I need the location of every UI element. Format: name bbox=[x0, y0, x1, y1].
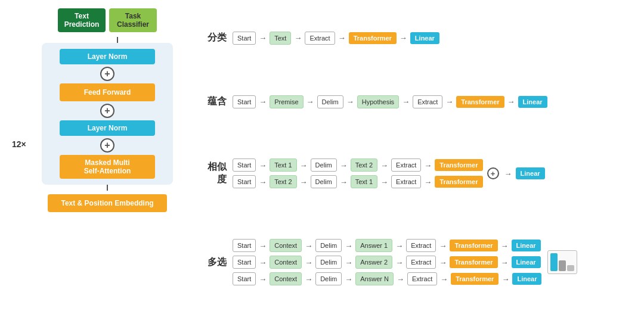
tok-delim: Delim bbox=[315, 272, 342, 285]
transformer-block: Layer Norm + Feed Forward + Layer Norm +… bbox=[42, 43, 173, 185]
embedding-box: Text & Position Embedding bbox=[48, 194, 167, 212]
tasks-section: 分类 Start → Text → Extract → Transformer … bbox=[185, 8, 638, 306]
tok-extract: Extract bbox=[413, 95, 442, 108]
top-output-boxes: TextPrediction TaskClassifier bbox=[58, 8, 157, 32]
arrow: → bbox=[501, 258, 509, 267]
tok-delim: Delim bbox=[317, 95, 343, 108]
tok-linear-mc1: Linear bbox=[512, 240, 541, 251]
tok-start: Start bbox=[233, 272, 256, 285]
arrow: → bbox=[305, 241, 312, 250]
tok-delim: Delim bbox=[315, 239, 342, 252]
arrow: → bbox=[501, 275, 509, 284]
mc-row-n: Start → Context → Delim → Answer N → Ext… bbox=[233, 272, 541, 285]
tok-extract: Extract bbox=[407, 272, 437, 285]
tok-start: Start bbox=[233, 32, 256, 45]
arrow: → bbox=[501, 241, 509, 250]
arrow: → bbox=[259, 241, 267, 250]
tok-extract: Extract bbox=[391, 175, 421, 188]
main-container: 12× TextPrediction TaskClassifier Layer … bbox=[0, 0, 644, 314]
arrow: → bbox=[507, 97, 515, 106]
arrow: → bbox=[305, 258, 312, 267]
mc-row-1: Start → Context → Delim → Answer 1 → Ext… bbox=[233, 239, 541, 252]
mc-rows: Start → Context → Delim → Answer 1 → Ext… bbox=[233, 239, 541, 285]
tok-extract: Extract bbox=[305, 32, 335, 45]
tok-transformer: Transformer bbox=[435, 176, 482, 188]
plus-mid: + bbox=[100, 104, 114, 118]
tok-extract: Extract bbox=[406, 256, 436, 269]
plus-similarity: + bbox=[487, 167, 499, 179]
sim-row-2: Start → Text 2 → Delim → Text 1 → Extrac… bbox=[233, 175, 483, 188]
arrow: → bbox=[380, 161, 388, 170]
tok-text2: Text 2 bbox=[351, 158, 377, 172]
arch-section: 12× TextPrediction TaskClassifier Layer … bbox=[12, 8, 185, 306]
arrow: → bbox=[259, 161, 267, 170]
tok-hypothesis: Hypothesis bbox=[357, 95, 399, 108]
tok-delim: Delim bbox=[311, 158, 337, 172]
tok-transformer: Transformer bbox=[450, 240, 497, 251]
arrow: → bbox=[259, 97, 267, 106]
masked-attention-box: Masked MultiSelf-Attention bbox=[60, 155, 155, 179]
bar-1 bbox=[550, 253, 558, 271]
arrow: → bbox=[338, 33, 346, 42]
arrow: → bbox=[300, 178, 308, 186]
arrow: → bbox=[305, 275, 312, 284]
arrow: → bbox=[440, 275, 448, 284]
task-similarity: 相似度 Start → Text 1 → Delim → Text 2 → Ex… bbox=[203, 158, 638, 188]
layer-norm-bottom: Layer Norm bbox=[60, 120, 155, 136]
arrow: → bbox=[300, 161, 308, 170]
tok-answer2: Answer 2 bbox=[355, 256, 392, 269]
classification-flow: Start → Text → Extract → Transformer → L… bbox=[233, 32, 439, 45]
arrow: → bbox=[439, 241, 447, 250]
bar-3 bbox=[567, 265, 574, 271]
task-label-entailment: 蕴含 bbox=[203, 95, 233, 108]
task-label-mc: 多选 bbox=[203, 256, 233, 269]
tok-text2: Text 2 bbox=[270, 175, 296, 188]
arrow: → bbox=[395, 258, 403, 267]
arrow: → bbox=[400, 33, 407, 42]
arrow: → bbox=[424, 178, 432, 186]
tok-answern: Answer N bbox=[355, 272, 394, 285]
task-entailment: 蕴含 Start → Premise → Delim → Hypothesis … bbox=[203, 95, 638, 108]
tok-transformer: Transformer bbox=[451, 273, 499, 285]
text-prediction-box: TextPrediction bbox=[58, 8, 106, 32]
arrow: → bbox=[259, 178, 267, 186]
arrow: → bbox=[259, 258, 267, 267]
tok-start: Start bbox=[233, 158, 256, 172]
tok-linear-similarity: Linear bbox=[516, 167, 545, 179]
arrow: → bbox=[395, 241, 403, 250]
plus-bottom: + bbox=[100, 138, 114, 153]
tok-transformer: Transformer bbox=[450, 256, 497, 268]
tok-start: Start bbox=[233, 239, 256, 252]
tok-extract: Extract bbox=[391, 158, 421, 172]
tok-linear: Linear bbox=[518, 96, 547, 108]
tok-transformer: Transformer bbox=[456, 96, 504, 108]
mc-softmax-chart bbox=[547, 250, 577, 274]
arrow: → bbox=[345, 241, 352, 250]
plus-top: + bbox=[100, 67, 114, 81]
tok-text: Text bbox=[270, 32, 291, 45]
tok-text1: Text 1 bbox=[270, 158, 296, 172]
tok-start: Start bbox=[233, 256, 256, 269]
tok-delim: Delim bbox=[311, 175, 337, 188]
task-classification: 分类 Start → Text → Extract → Transformer … bbox=[203, 32, 638, 45]
tok-start: Start bbox=[233, 95, 256, 108]
task-classifier-box: TaskClassifier bbox=[109, 8, 157, 32]
bar-2 bbox=[559, 260, 566, 271]
arrow: → bbox=[439, 258, 447, 267]
tok-text1: Text 1 bbox=[351, 175, 377, 188]
tok-delim: Delim bbox=[315, 256, 342, 269]
arrow: → bbox=[397, 275, 404, 284]
arrow: → bbox=[259, 275, 267, 284]
arrow: → bbox=[424, 161, 432, 170]
task-label-classification: 分类 bbox=[203, 32, 233, 44]
arrow: → bbox=[380, 178, 388, 186]
mc-row-2: Start → Context → Delim → Answer 2 → Ext… bbox=[233, 256, 541, 269]
arrow: → bbox=[345, 275, 352, 284]
entailment-flow: Start → Premise → Delim → Hypothesis → E… bbox=[233, 95, 547, 108]
arrow: → bbox=[402, 97, 410, 106]
connector-top bbox=[117, 37, 118, 43]
tok-linear-mcn: Linear bbox=[512, 273, 541, 285]
tok-context: Context bbox=[270, 239, 302, 252]
tok-extract: Extract bbox=[406, 239, 436, 252]
arrow: → bbox=[346, 97, 354, 106]
